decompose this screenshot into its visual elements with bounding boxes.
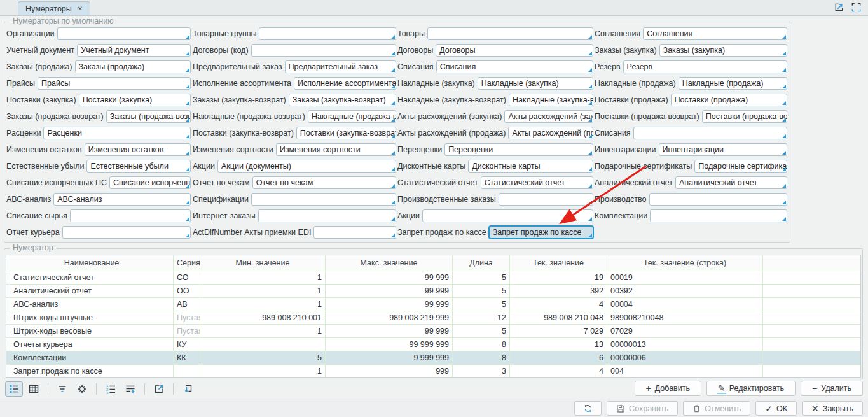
column-header[interactable]: Тек. значение <box>510 255 607 271</box>
field-input[interactable]: Накладные (продажа) <box>679 77 787 90</box>
filter-icon[interactable] <box>53 381 71 397</box>
field-input[interactable] <box>499 193 593 206</box>
tab-numerators[interactable]: Нумераторы ✕ <box>18 1 90 15</box>
table-row[interactable]: Штрих-коды штучныеПустая989 008 210 0019… <box>6 311 860 325</box>
field-input[interactable]: Списания <box>436 60 593 73</box>
field-input[interactable]: Расценки <box>43 127 191 139</box>
save-button[interactable]: Сохранить <box>607 401 678 416</box>
field-input[interactable]: Акты расхождений (продажа) <box>508 127 593 139</box>
field-input[interactable]: Списание испорченных ПС <box>109 176 191 189</box>
field-input[interactable]: Подарочные сертификаты <box>694 160 787 173</box>
field-input[interactable]: Исполнение ассортимента <box>294 77 396 90</box>
field-input[interactable]: Переоценки <box>444 143 593 156</box>
field-input[interactable] <box>251 44 396 57</box>
field-input[interactable]: Заказы (закупка-возврат) <box>289 94 396 106</box>
field-input[interactable] <box>258 209 396 222</box>
field-input[interactable]: Заказы (продажа-возврат) <box>106 110 191 123</box>
field-input[interactable]: Накладные (закупка) <box>478 77 593 90</box>
repeat-icon[interactable] <box>179 381 196 397</box>
column-header[interactable]: Серия <box>174 255 200 271</box>
field-input[interactable] <box>70 209 191 222</box>
column-header[interactable]: Макс. значение <box>326 255 453 271</box>
table-row[interactable]: Запрет продаж по кассе199934004 <box>6 365 860 378</box>
card-view-icon[interactable] <box>5 381 23 397</box>
field-input[interactable]: Прайсы <box>38 77 191 90</box>
table-view-icon[interactable] <box>25 381 43 397</box>
add-row-icon[interactable] <box>121 381 139 397</box>
delete-button[interactable]: − Удалить <box>801 381 863 396</box>
field-input[interactable]: Заказы (закупка) <box>659 44 787 57</box>
field-input[interactable] <box>57 27 191 40</box>
field-input[interactable]: Поставки (продажа-возврат) <box>702 110 787 123</box>
toolbar-separator <box>144 383 145 395</box>
field-input[interactable] <box>259 27 396 40</box>
column-header[interactable]: Тек. значение (строка) <box>607 255 763 271</box>
tab-close-icon[interactable]: ✕ <box>78 6 83 12</box>
field-label: Поставки (закупка-возврат) <box>193 129 296 138</box>
ok-button[interactable]: ✓ ОК <box>755 401 797 416</box>
gear-icon[interactable] <box>73 381 91 397</box>
field-input[interactable]: Естественные убыли <box>86 160 191 173</box>
field-input[interactable]: Учетный документ <box>77 44 191 57</box>
default-numerator-field: Заказы (закупка)Заказы (закупка) <box>595 42 787 59</box>
field-label: Спецификации <box>193 195 251 204</box>
field-input[interactable]: Отчет по чекам <box>252 176 396 189</box>
table-row[interactable]: КомплектацииКК59 999 9998600000006 <box>6 351 860 365</box>
table-row[interactable]: Отчеты курьераКУ99 999 99981300000013 <box>6 338 860 351</box>
toolbar-separator <box>173 383 174 395</box>
field-label: ActDifNumber Акты приемки EDI <box>193 228 313 237</box>
field-input[interactable]: Договоры <box>436 44 593 57</box>
add-button[interactable]: + Добавить <box>635 381 701 396</box>
field-input[interactable]: Поставки (закупка-возврат) <box>296 127 396 139</box>
field-input[interactable]: Накладные (продажа-возврат) <box>308 110 396 123</box>
field-label: Комплектации <box>595 211 650 220</box>
table-row[interactable]: АВС-анализАВ199 9995400004 <box>6 298 860 311</box>
refresh-button[interactable] <box>574 401 602 416</box>
close-button[interactable]: ✕ Закрыть <box>802 401 863 416</box>
field-input[interactable]: Соглашения <box>643 27 787 40</box>
field-input[interactable]: Инвентаризации <box>659 143 787 156</box>
field-input[interactable]: Дисконтные карты <box>468 160 593 173</box>
field-input[interactable]: Акции (документы) <box>217 160 396 173</box>
field-input[interactable]: Предварительный заказ <box>285 60 396 73</box>
field-input[interactable]: Изменения остатков <box>85 143 191 156</box>
field-input[interactable]: Запрет продаж по кассе <box>489 226 593 239</box>
field-input[interactable]: Акты расхождений (закупка) <box>504 110 593 123</box>
column-header[interactable]: Длина <box>453 255 510 271</box>
field-input[interactable] <box>251 193 396 206</box>
dock-layout-icon[interactable] <box>851 2 862 15</box>
open-external-icon[interactable] <box>150 381 168 397</box>
field-input[interactable]: Поставки (закупка) <box>79 94 191 106</box>
toolbar-separator <box>48 383 48 395</box>
table-cell: Пустая <box>174 325 200 337</box>
open-in-new-window-icon[interactable] <box>834 2 844 15</box>
table-cell: 99 999 <box>326 285 453 297</box>
table-row[interactable]: Штрих-коды весовыеПустая199 99957 029070… <box>6 325 860 338</box>
field-input[interactable]: Статистический отчет <box>481 176 593 189</box>
field-input[interactable] <box>313 226 396 239</box>
field-label: Отчет по чекам <box>193 178 252 187</box>
field-input[interactable] <box>62 226 191 239</box>
field-input[interactable] <box>427 27 593 40</box>
numbered-list-icon[interactable]: 1 2 3 <box>102 381 120 397</box>
cancel-button[interactable]: Отменить <box>683 401 750 416</box>
table-row[interactable]: Аналитический отчетОО199 999539200392 <box>6 285 860 298</box>
field-input[interactable]: Заказы (продажа) <box>75 60 191 73</box>
field-input[interactable]: АВС-анализ <box>53 193 191 206</box>
field-input[interactable] <box>422 209 593 222</box>
field-input[interactable]: Поставки (продажа) <box>671 94 787 106</box>
table-row[interactable]: Статистический отчетСО199 99951900019 <box>6 271 860 285</box>
field-input[interactable] <box>650 209 787 222</box>
default-numerator-field: Заказы (закупка-возврат)Заказы (закупка-… <box>193 92 396 108</box>
column-header[interactable]: Мин. значение <box>200 255 326 271</box>
edit-button[interactable]: ✎ Редактировать <box>706 381 796 396</box>
field-input[interactable]: Накладные (закупка-возврат) <box>509 94 593 106</box>
field-input[interactable]: Резерв <box>623 60 787 73</box>
table-cell: СО <box>174 271 200 284</box>
column-header[interactable]: Наименование <box>10 255 174 271</box>
field-input[interactable]: Аналитический отчет <box>675 176 787 189</box>
field-input[interactable] <box>649 193 787 206</box>
field-input[interactable]: Изменения сортности <box>276 143 396 156</box>
field-input[interactable] <box>633 127 787 139</box>
field-label: Запрет продаж по кассе <box>397 228 489 237</box>
